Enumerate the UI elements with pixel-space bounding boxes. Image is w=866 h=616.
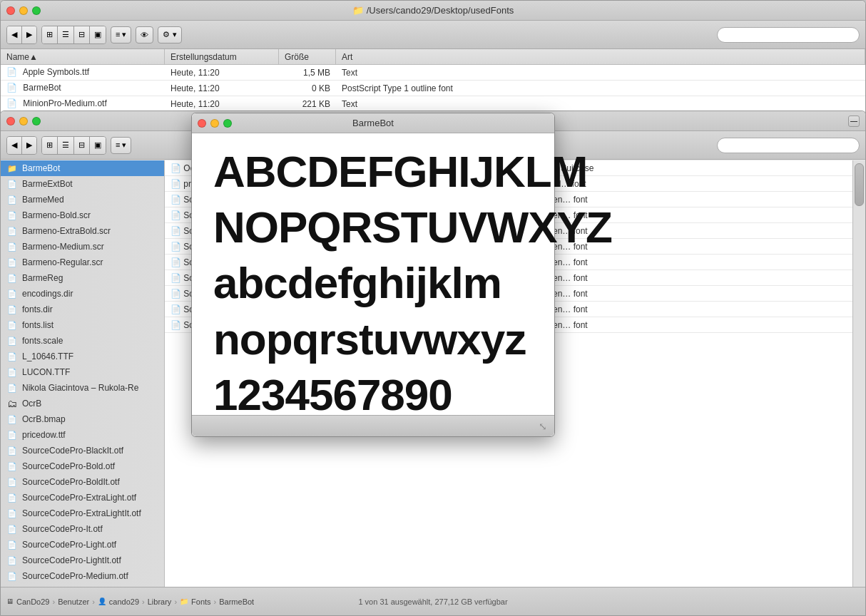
folder-icon: 📁 [352, 5, 364, 16]
doc-icon-24: 📄 [6, 570, 18, 582]
sidebar-item-sourcecode-bold[interactable]: 📄 SourceCodePro-Bold.otf [1, 458, 164, 474]
minimize-button-back[interactable] [19, 6, 28, 15]
sidebar-item-fontsscale[interactable]: 📄 fonts.scale [1, 333, 164, 349]
doc-icon-13: 📄 [6, 382, 18, 394]
main-file-type-10: Open… font [536, 320, 852, 330]
sidebar-item-sourcecode-extralightit[interactable]: 📄 SourceCodePro-ExtraLightIt.otf [1, 505, 164, 521]
doc-icon-5: 📄 [6, 257, 18, 268]
search-input-back[interactable] [717, 27, 860, 43]
list-view-btn-main[interactable]: ☰ [58, 137, 74, 154]
font-line-uppercase-2: NOPQRSTUVWXYZ [213, 203, 533, 252]
breadcrumb-fonts[interactable]: 📁 Fonts [180, 597, 211, 606]
user-icon: 👤 [98, 597, 106, 605]
back-button-main[interactable]: ◀ [7, 137, 22, 154]
sidebar-item-barmeno-regular[interactable]: 📄 Barmeno-Regular.scr [1, 255, 164, 270]
file-date-apple: Heute, 11:20 [165, 68, 279, 78]
back-button[interactable]: ◀ [7, 26, 22, 43]
minimize-button-main[interactable] [19, 117, 28, 125]
breadcrumb-sep-4: › [214, 597, 217, 606]
breadcrumb-library[interactable]: Library [148, 597, 172, 606]
file-type-minion: Text [336, 99, 865, 109]
doc-icon-4: 📄 [6, 241, 18, 252]
file-size-minion: 221 KB [279, 99, 336, 109]
scrollbar-track[interactable] [852, 160, 865, 587]
doc-icon-23: 📄 [6, 555, 18, 566]
icon-view-btn-main[interactable]: ⊞ [42, 137, 58, 154]
breadcrumb-sep-0: › [52, 597, 55, 606]
breadcrumb-barmebol[interactable]: BarmeBot [219, 597, 254, 606]
file-name-apple-symbols: 📄 Apple Symbols.ttf [1, 67, 165, 78]
sidebar-item-barmebol[interactable]: 📁 BarmeBot [1, 160, 164, 176]
eye-button[interactable]: 👁 [136, 26, 153, 43]
sidebar-item-encodings[interactable]: 📄 encodings.dir [1, 286, 164, 302]
doc-icon-19: 📄 [6, 492, 18, 503]
maximize-button-preview[interactable] [223, 119, 232, 128]
sidebar-item-sourcecode-blackit[interactable]: 📄 SourceCodePro-BlackIt.otf [1, 443, 164, 458]
sidebar-item-nikola[interactable]: 📄 Nikola Giacintova – Rukola-Re [1, 380, 164, 396]
sidebar-item-fontsdir[interactable]: 📄 fonts.dir [1, 302, 164, 317]
sidebar-item-sourcecode-it[interactable]: 📄 SourceCodePro-It.otf [1, 521, 164, 537]
close-button-main[interactable] [6, 117, 15, 125]
main-file-type-8: Open… font [536, 289, 852, 299]
nav-buttons-main: ◀ ▶ [6, 136, 37, 155]
sidebar-item-ocrbbmap[interactable]: 📄 OcrB.bmap [1, 411, 164, 427]
coverflow-view-button[interactable]: ▣ [90, 26, 106, 43]
sidebar-item-sourcecode-extralight[interactable]: 📄 SourceCodePro-ExtraLight.otf [1, 490, 164, 505]
sidebar-item-barmeno-medium[interactable]: 📄 Barmeno-Medium.scr [1, 239, 164, 255]
sort-button[interactable]: ≡ ▾ [111, 26, 131, 43]
sidebar-item-sourcecode-boldit[interactable]: 📄 SourceCodePro-BoldIt.otf [1, 474, 164, 490]
column-view-btn-main[interactable]: ⊟ [74, 137, 90, 154]
close-button-preview[interactable] [198, 119, 206, 128]
sidebar-item-sourcecode-lightit[interactable]: 📄 SourceCodePro-LightIt.otf [1, 553, 164, 568]
main-file-type-7: Open… font [536, 273, 852, 283]
file-row-apple-symbols[interactable]: 📄 Apple Symbols.ttf Heute, 11:20 1,5 MB … [1, 65, 865, 81]
font-preview-title: BarmeBot [352, 118, 394, 128]
file-row-barmebol[interactable]: 📄 BarmeBot Heute, 11:20 0 KB PostScript … [1, 81, 865, 96]
maximize-button-main[interactable] [32, 117, 41, 125]
sidebar-item-ocrb[interactable]: 🗂 OcrB [1, 396, 164, 411]
column-view-button[interactable]: ⊟ [74, 26, 90, 43]
file-icon-main-2: 📄 [170, 195, 181, 205]
icon-view-button[interactable]: ⊞ [42, 26, 58, 43]
doc-icon-0: 📄 [6, 178, 18, 190]
breadcrumb-cando29-user[interactable]: 👤 cando29 [98, 597, 139, 606]
doc-icon-9: 📄 [6, 319, 18, 331]
search-input-main[interactable] [717, 138, 860, 153]
sidebar-item-fontslist[interactable]: 📄 fonts.list [1, 317, 164, 333]
sidebar-item-barmereg[interactable]: 📄 BarmeReg [1, 270, 164, 286]
back-toolbar: ◀ ▶ ⊞ ☰ ⊟ ▣ ≡ ▾ 👁 ⚙ ▾ [1, 21, 865, 49]
file-row-minion[interactable]: 📄 MinionPro-Medium.otf Heute, 11:20 221 … [1, 96, 865, 112]
sidebar-item-barmeextbol[interactable]: 📄 BarmeExtBot [1, 176, 164, 192]
sidebar-item-sourcecode-medium[interactable]: 📄 SourceCodePro-Medium.otf [1, 568, 164, 584]
forward-button-main[interactable]: ▶ [22, 137, 36, 154]
file-icon-minion: 📄 [6, 98, 18, 110]
main-sidebar: 📁 BarmeBot 📄 BarmeExtBot 📄 BarmeMed 📄 Ba… [1, 160, 165, 587]
maximize-button-back[interactable] [32, 6, 41, 15]
doc-icon-2: 📄 [6, 210, 18, 221]
collapse-button[interactable]: — [848, 115, 860, 127]
close-button-back[interactable] [6, 6, 15, 15]
file-icon-main-7: 📄 [170, 273, 181, 283]
sidebar-item-barmeno-bold[interactable]: 📄 Barmeno-Bold.scr [1, 207, 164, 223]
sidebar-item-barmemed[interactable]: 📄 BarmeMed [1, 192, 164, 207]
doc-icon-22: 📄 [6, 539, 18, 550]
sidebar-item-sourcecode-light[interactable]: 📄 SourceCodePro-Light.otf [1, 537, 164, 553]
breadcrumb-cando29[interactable]: 🖥 CanDo29 [6, 597, 49, 606]
sidebar-item-barmeno-extrabold[interactable]: 📄 Barmeno-ExtraBold.scr [1, 223, 164, 239]
arrange-button-main[interactable]: ≡ ▾ [111, 137, 131, 154]
action-button[interactable]: ⚙ ▾ [158, 26, 181, 43]
minimize-button-preview[interactable] [210, 119, 219, 128]
forward-button[interactable]: ▶ [22, 26, 36, 43]
list-view-button[interactable]: ☰ [58, 26, 74, 43]
sidebar-item-l10646[interactable]: 📄 L_10646.TTF [1, 349, 164, 364]
sidebar-item-pricedow[interactable]: 📄 pricedow.ttf [1, 427, 164, 443]
resize-handle[interactable]: ⤡ [537, 421, 549, 432]
col-type-back: Art [336, 49, 865, 64]
breadcrumb-benutzer[interactable]: Benutzer [58, 597, 89, 606]
file-size-apple: 1,5 MB [279, 68, 336, 78]
coverflow-btn-main[interactable]: ▣ [90, 137, 106, 154]
scrollbar-thumb[interactable] [855, 163, 864, 206]
file-icon-main-6: 📄 [170, 257, 181, 267]
col-date-back: Erstellungsdatum [165, 49, 279, 64]
sidebar-item-lucon[interactable]: 📄 LUCON.TTF [1, 364, 164, 380]
